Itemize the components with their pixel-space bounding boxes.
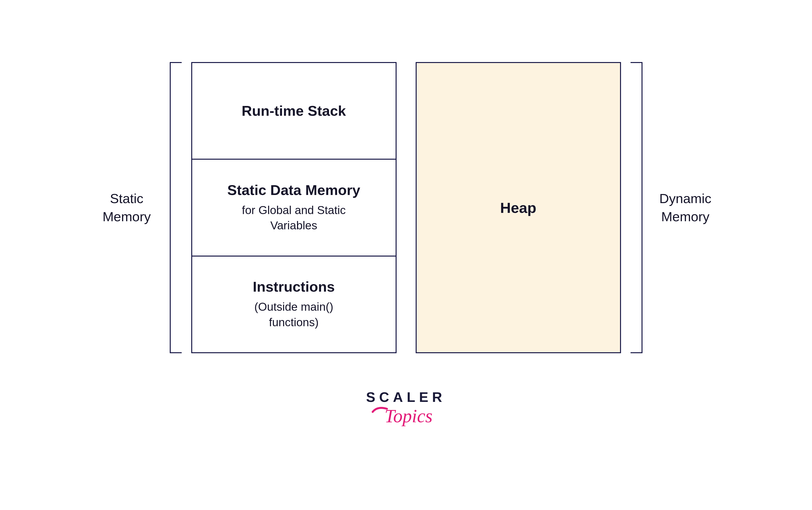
dynamic-memory-label-line1: Dynamic <box>660 191 712 206</box>
static-memory-label-line1: Static <box>110 191 143 206</box>
logo-topics-text: Topics <box>366 403 446 430</box>
heap-column: Heap <box>416 62 621 353</box>
instructions-title: Instructions <box>253 278 335 295</box>
dynamic-memory-label-line2: Memory <box>661 209 709 224</box>
instructions-segment: Instructions (Outside main() functions) <box>192 256 396 352</box>
static-data-subtitle: for Global and Static Variables <box>242 203 346 234</box>
dynamic-memory-label: Dynamic Memory <box>652 189 719 226</box>
logo-topics-word: Topics <box>385 406 433 426</box>
instructions-subtitle: (Outside main() functions) <box>254 299 333 330</box>
static-memory-label-line2: Memory <box>103 209 151 224</box>
left-bracket-icon <box>170 62 182 353</box>
runtime-stack-title: Run-time Stack <box>242 102 346 119</box>
static-data-sub-line1: for Global and Static <box>242 204 346 216</box>
runtime-stack-segment: Run-time Stack <box>192 63 396 159</box>
instructions-sub-line1: (Outside main() <box>254 300 333 313</box>
scaler-topics-logo: SCALER Topics <box>366 389 446 430</box>
static-data-sub-line2: Variables <box>270 219 317 232</box>
right-bracket-icon <box>631 62 642 353</box>
memory-diagram: Static Memory Run-time Stack Static Data… <box>93 62 719 353</box>
static-memory-label: Static Memory <box>93 189 160 226</box>
logo-scaler-text: SCALER <box>366 389 446 405</box>
static-data-title: Static Data Memory <box>227 182 360 198</box>
heap-title: Heap <box>500 199 536 216</box>
memory-columns: Run-time Stack Static Data Memory for Gl… <box>191 62 621 353</box>
instructions-sub-line2: functions) <box>269 316 319 329</box>
static-memory-column: Run-time Stack Static Data Memory for Gl… <box>191 62 397 353</box>
static-data-segment: Static Data Memory for Global and Static… <box>192 159 396 256</box>
